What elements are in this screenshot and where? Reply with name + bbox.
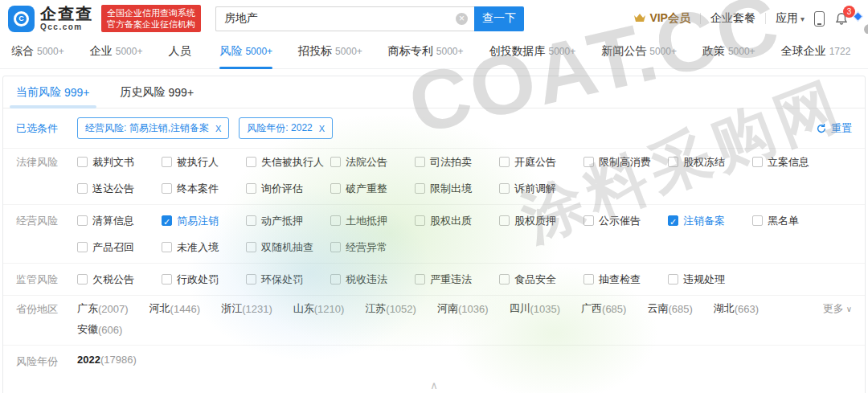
nav-tab[interactable]: 综合 5000+ (11, 34, 64, 69)
checkbox-icon[interactable] (415, 183, 425, 194)
risk-filter-checkbox[interactable]: 股权冻结 (668, 154, 746, 170)
apps-dropdown[interactable]: 应用 ▾ (776, 11, 805, 26)
risk-filter-checkbox[interactable]: 抽查检查 (583, 272, 661, 287)
risk-filter-checkbox[interactable]: 破产重整 (330, 181, 408, 196)
checkbox-icon[interactable] (499, 215, 510, 226)
reset-filters-button[interactable]: 重置 (816, 121, 852, 136)
risk-filter-checkbox[interactable]: 清算信息 (77, 213, 155, 228)
nav-tab[interactable]: 全球企业 1722 (781, 34, 851, 69)
nav-tab[interactable]: 创投数据库 5000+ (489, 34, 576, 69)
risk-filter-checkbox[interactable]: 股权质押 (499, 213, 577, 228)
checkbox-icon[interactable] (330, 274, 341, 285)
checkbox-icon[interactable] (668, 215, 678, 226)
risk-filter-checkbox[interactable]: 开庭公告 (499, 154, 577, 170)
checkbox-icon[interactable] (162, 183, 172, 194)
checkbox-icon[interactable] (415, 274, 425, 285)
risk-filter-checkbox[interactable]: 黑名单 (752, 213, 830, 228)
nav-tab[interactable]: 政策 5000+ (702, 34, 755, 69)
risk-filter-checkbox[interactable]: 环保处罚 (246, 272, 324, 287)
tab-history-risk[interactable]: 历史风险 999+ (121, 76, 194, 108)
risk-filter-checkbox[interactable]: 限制高消费 (583, 154, 661, 170)
close-icon[interactable]: X (215, 124, 221, 133)
checkbox-icon[interactable] (752, 215, 763, 226)
checkbox-icon[interactable] (246, 183, 256, 194)
vip-member-link[interactable]: VIP会员 (633, 11, 690, 26)
nav-tab[interactable]: 招投标 5000+ (298, 34, 362, 69)
province-filter[interactable]: 浙江 (1231) (221, 301, 272, 316)
risk-filter-checkbox[interactable]: 食品安全 (499, 272, 577, 287)
risk-filter-checkbox[interactable]: 公示催告 (583, 213, 661, 228)
risk-filter-checkbox[interactable]: 询价评估 (246, 181, 324, 196)
search-button[interactable]: 查一下 (474, 6, 524, 31)
checkbox-icon[interactable] (77, 183, 88, 194)
risk-filter-checkbox[interactable]: 诉前调解 (499, 181, 577, 196)
province-filter[interactable]: 广东 (2007) (77, 301, 129, 316)
risk-filter-checkbox[interactable]: 产品召回 (77, 239, 155, 255)
checkbox-icon[interactable] (162, 242, 172, 252)
province-filter[interactable]: 湖北 (663) (714, 301, 759, 316)
checkbox-icon[interactable] (162, 274, 172, 285)
checkbox-icon[interactable] (330, 242, 341, 252)
checkbox-icon[interactable] (499, 183, 510, 194)
selected-filter-tag[interactable]: 风险年份: 2022 X (239, 117, 333, 139)
risk-filter-checkbox[interactable]: 终本案件 (162, 181, 240, 196)
checkbox-icon[interactable] (246, 242, 256, 252)
nav-tab[interactable]: 风险 5000+ (219, 34, 272, 69)
province-filter[interactable]: 江苏 (1052) (365, 301, 416, 316)
risk-filter-checkbox[interactable]: 行政处罚 (162, 272, 240, 287)
close-icon[interactable]: X (319, 124, 325, 133)
search-clear-icon[interactable]: × (456, 13, 468, 25)
province-filter[interactable]: 安徽 (606) (77, 322, 122, 337)
qcc-logo[interactable]: C 企查查 Qcc.com (8, 6, 93, 32)
risk-filter-checkbox[interactable]: 失信被执行人 (246, 154, 324, 170)
checkbox-icon[interactable] (499, 274, 510, 285)
risk-filter-checkbox[interactable]: 税收违法 (330, 272, 408, 287)
checkbox-icon[interactable] (415, 215, 425, 226)
risk-filter-checkbox[interactable]: 司法拍卖 (415, 154, 493, 170)
risk-filter-checkbox[interactable]: 送达公告 (77, 181, 155, 196)
checkbox-icon[interactable] (246, 157, 256, 167)
province-filter[interactable]: 河南 (1036) (437, 301, 489, 316)
risk-filter-checkbox[interactable]: 欠税公告 (77, 272, 155, 287)
selected-filter-tag[interactable]: 经营风险: 简易注销,注销备案 X (77, 117, 229, 139)
nav-tab[interactable]: 人员 (168, 34, 194, 69)
checkbox-icon[interactable] (583, 157, 594, 167)
checkbox-icon[interactable] (752, 157, 763, 167)
province-filter[interactable]: 四川 (1035) (509, 301, 560, 316)
province-filter[interactable]: 山东 (1210) (293, 301, 345, 316)
nav-tab[interactable]: 企业 5000+ (90, 34, 143, 69)
risk-filter-checkbox[interactable]: 双随机抽查 (246, 239, 324, 255)
checkbox-icon[interactable] (330, 157, 341, 167)
risk-filter-checkbox[interactable]: 法院公告 (330, 154, 408, 170)
checkbox-icon[interactable] (668, 274, 678, 285)
checkbox-icon[interactable] (499, 157, 510, 167)
province-filter[interactable]: 河北 (1446) (149, 301, 201, 316)
risk-filter-checkbox[interactable]: 严重违法 (415, 272, 493, 287)
search-input[interactable] (215, 6, 474, 31)
risk-filter-checkbox[interactable]: 裁判文书 (77, 154, 155, 170)
risk-filter-checkbox[interactable]: 动产抵押 (246, 213, 324, 228)
checkbox-icon[interactable] (330, 183, 341, 194)
mobile-app-button[interactable] (814, 11, 825, 27)
risk-filter-checkbox[interactable]: 简易注销 (162, 213, 240, 228)
checkbox-icon[interactable] (415, 157, 425, 167)
risk-filter-checkbox[interactable]: 被执行人 (162, 154, 240, 170)
risk-filter-checkbox[interactable]: 未准入境 (162, 239, 240, 255)
nav-tab[interactable]: 商标专利 5000+ (388, 34, 464, 69)
nav-tab[interactable]: 新闻公告 5000+ (601, 34, 677, 69)
province-filter[interactable]: 广西 (685) (581, 301, 626, 316)
checkbox-icon[interactable] (583, 215, 594, 226)
tab-current-risk[interactable]: 当前风险 999+ (16, 76, 90, 108)
risk-filter-checkbox[interactable]: 注销备案 (668, 213, 746, 228)
risk-filter-checkbox[interactable]: 股权出质 (415, 213, 493, 228)
checkbox-icon[interactable] (77, 274, 88, 285)
enterprise-plans-link[interactable]: 企业套餐 (710, 11, 755, 26)
checkbox-icon[interactable] (77, 157, 88, 167)
notifications-button[interactable]: 3 (834, 11, 849, 27)
risk-filter-checkbox[interactable]: 限制出境 (415, 181, 493, 196)
province-filter[interactable]: 云南 (685) (647, 301, 692, 316)
more-provinces-link[interactable]: 更多 ∨ (823, 301, 852, 316)
checkbox-icon[interactable] (246, 215, 256, 226)
checkbox-icon[interactable] (583, 274, 594, 285)
checkbox-icon[interactable] (77, 215, 88, 226)
